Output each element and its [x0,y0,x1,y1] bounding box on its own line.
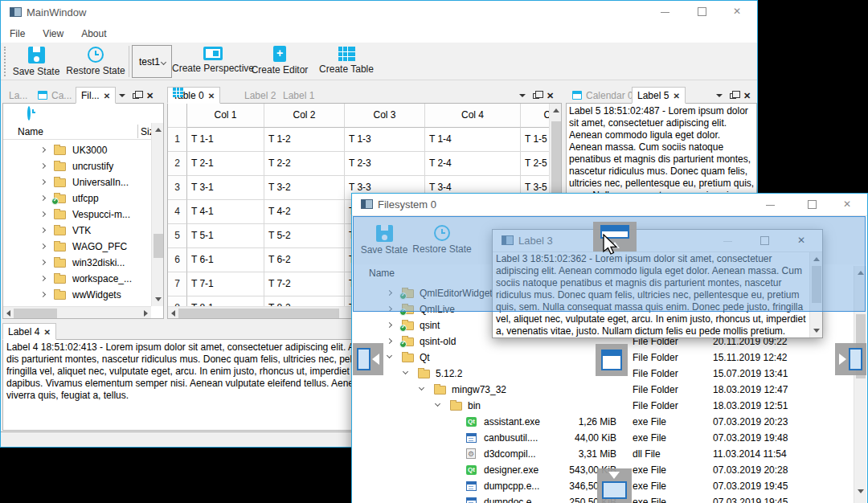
tree-item-vespucci-m-[interactable]: Vespucci-m... [3,207,152,223]
expand-icon[interactable] [40,163,46,169]
left-tree-hscrollbar[interactable] [3,306,151,319]
fs-item-assistant-exe[interactable]: assistant.exe1,26 MiBexe File07.03.2019 … [352,414,854,430]
table-cell[interactable]: T 1-4 [425,128,521,152]
tree-item-uncrustify[interactable]: uncrustify [3,158,152,174]
expand-icon[interactable] [40,195,46,201]
table-cell[interactable]: T 1-1 [187,128,264,152]
expand-icon[interactable] [40,211,46,217]
minimize-button[interactable] [653,1,678,23]
drop-indicator-left[interactable] [353,343,383,375]
row-header[interactable]: 1 [168,128,187,152]
table-cell[interactable]: T 6-1 [187,248,264,272]
table-cell[interactable]: T 3-1 [187,176,264,200]
close-icon[interactable] [146,90,154,101]
row-header[interactable]: 2 [168,152,187,176]
minimize-button[interactable] [759,194,783,216]
table-cell[interactable]: T 1-5 [521,128,550,152]
tree-header[interactable]: Name Size [3,123,152,140]
left-tree-vscrollbar[interactable] [151,123,164,306]
tree-item-universalin-[interactable]: UniversalIn... [3,174,152,190]
table-cell[interactable]: T 2-2 [264,152,345,176]
close-tab-icon[interactable] [104,90,110,101]
fs-item-mingw73-32[interactable]: mingw73_32File Folder18.03.2019 12:47 [352,382,854,398]
table-cell[interactable]: T 5-1 [187,224,264,248]
row-header[interactable]: 3 [168,176,187,200]
expand-icon[interactable] [40,276,46,281]
close-icon[interactable] [547,90,554,101]
restore-state-button[interactable]: Restore State [65,47,126,76]
tree-item-utfcpp[interactable]: utfcpp [3,190,152,207]
collapse-icon[interactable] [403,369,408,374]
tree-item-win32diski-[interactable]: win32diski... [3,255,152,271]
collapse-icon[interactable] [435,401,440,407]
tab-label1[interactable]: Label 1 [278,87,319,104]
table-cell[interactable]: T 1-3 [345,128,425,152]
close-icon[interactable] [743,90,751,101]
toolbar-handle[interactable] [4,47,6,76]
close-tab-icon[interactable] [673,90,679,101]
restore-state-small-button[interactable] [27,106,31,121]
column-size[interactable]: Size [141,126,152,137]
row-header[interactable]: 7 [168,272,187,296]
table-cell[interactable]: T 5-2 [264,224,345,248]
close-tab-icon[interactable] [208,90,215,101]
table-cell[interactable]: T 6-2 [264,248,345,272]
expand-icon[interactable] [40,260,46,265]
menu-item-view[interactable]: View [34,25,72,39]
table-cell[interactable]: T 4-1 [187,200,264,224]
expand-icon[interactable] [40,243,46,249]
tab-menu-icon[interactable] [119,94,125,97]
expand-icon[interactable] [40,227,46,233]
tab-filesystem[interactable]: Fil... [76,87,116,104]
column-header-2[interactable]: Col 2 [264,104,345,128]
tab-menu-icon[interactable] [519,94,526,97]
menu-item-about[interactable]: About [72,25,115,39]
perspective-combo[interactable]: test1 [132,45,172,78]
tree-item-uk3000[interactable]: UK3000 [3,142,152,158]
row-header[interactable]: 6 [168,248,187,272]
table-cell[interactable]: T 3-2 [264,176,345,200]
close-tab-icon[interactable] [43,326,50,337]
table-cell[interactable]: T 2-3 [345,152,425,176]
close-button[interactable] [836,194,860,216]
tab-calendar0[interactable]: Calendar 0 [567,87,638,104]
create-editor-button[interactable]: Create Editor [252,46,308,76]
tree-item-wwwidgets[interactable]: wwWidgets [3,287,152,303]
column-header-3[interactable]: Col 3 [345,104,425,128]
float-icon[interactable] [133,93,139,99]
expand-icon[interactable] [387,338,392,344]
collapse-icon[interactable] [419,385,424,391]
float-icon[interactable] [533,93,539,99]
row-header[interactable]: 4 [168,200,187,224]
create-perspective-button[interactable]: Create Perspective [174,47,252,74]
filesystem-titlebar[interactable]: Filesystem 0 [352,194,867,216]
table-cell[interactable]: T 2-1 [187,152,264,176]
tab-calendar[interactable]: Ca... [33,87,76,104]
close-button[interactable] [726,1,750,23]
collapse-icon[interactable] [387,353,392,358]
column-header-1[interactable]: Col 1 [187,104,264,128]
tab-label4[interactable]: Label 4 [2,323,56,340]
expand-icon[interactable] [40,147,46,153]
row-header[interactable]: 5 [168,224,187,248]
tab-label2[interactable]: Label 2 [240,87,280,104]
menu-item-file[interactable]: File [1,25,34,39]
expand-icon[interactable] [40,179,46,185]
tree-item-wago-pfc[interactable]: WAGO_PFC [3,239,152,255]
table-cell[interactable]: T 2-4 [425,152,521,176]
table-cell[interactable]: T 2-5 [521,152,550,176]
save-state-button[interactable]: Save State [10,47,62,77]
drop-indicator-center[interactable] [596,344,628,376]
drop-indicator-right[interactable] [835,343,866,375]
main-titlebar[interactable]: MainWindow [1,1,757,25]
column-header-4[interactable]: Col 4 [425,104,521,128]
drop-indicator-bottom[interactable] [597,468,632,503]
column-header-5[interactable]: Col 5 [521,104,550,128]
fs-item-canbusutil-[interactable]: canbusutil....44,00 KiBexe File07.03.201… [352,430,854,446]
tree-item-vtk[interactable]: VTK [3,223,152,239]
tab-label5[interactable]: Label 5 [632,87,686,104]
maximize-button[interactable] [690,1,714,23]
tab-menu-icon[interactable] [716,94,723,97]
column-name[interactable]: Name [18,126,43,137]
tab-label-la[interactable]: La... [4,87,32,104]
